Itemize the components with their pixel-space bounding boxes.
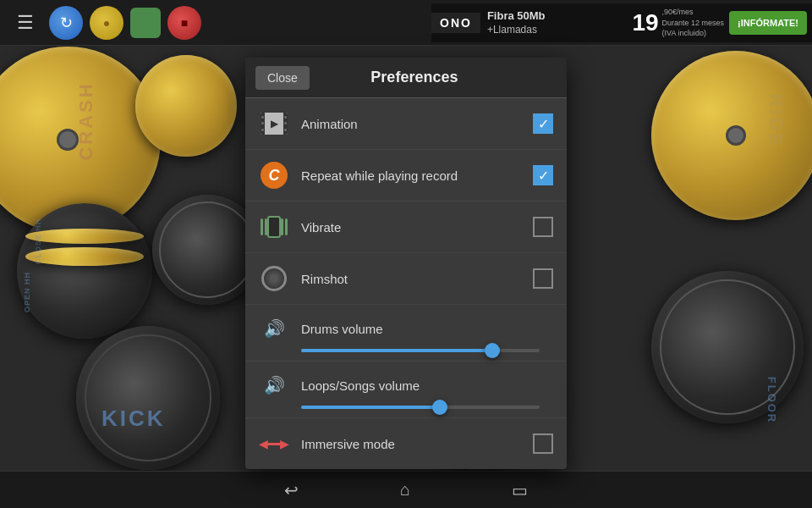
refresh-icon: ↻: [60, 14, 73, 32]
animation-row: ▶ Animation ✓: [245, 98, 567, 150]
immersive-icon: ◀ ▶: [259, 428, 289, 459]
rimshot-checkbox[interactable]: [533, 268, 553, 289]
red-button[interactable]: ■: [167, 6, 201, 40]
loops-volume-thumb[interactable]: [432, 400, 447, 415]
drums-volume-row: 🔊 Drums volume: [245, 305, 567, 362]
back-button[interactable]: ↩: [284, 480, 299, 500]
menu-button[interactable]: ☰: [8, 6, 42, 40]
vibrate-checkbox[interactable]: [533, 217, 553, 237]
vibrate-icon: [259, 212, 289, 242]
stop-icon: ■: [181, 16, 188, 30]
drums-volume-track[interactable]: [301, 349, 540, 352]
rimshot-row: Rimshot: [245, 253, 567, 305]
record-icon: ●: [103, 16, 110, 30]
recent-apps-icon: ▭: [512, 481, 528, 500]
loops-volume-fill: [301, 406, 440, 409]
rimshot-label: Rimshot: [301, 272, 533, 286]
home-button[interactable]: ⌂: [400, 480, 410, 500]
repeat-icon: C: [259, 160, 289, 190]
ad-sub2: (IVA incluido): [662, 28, 725, 39]
loops-volume-label: Loops/Songs volume: [301, 378, 553, 393]
main-area: Close Preferences ▶: [0, 46, 812, 471]
green-button[interactable]: [130, 8, 161, 38]
ad-line1: Fibra 50Mb: [487, 9, 623, 24]
preferences-title: Preferences: [323, 69, 557, 86]
animation-checkbox[interactable]: ✓: [533, 113, 553, 134]
animation-icon: ▶: [259, 108, 289, 139]
toolbar: ☰ ↻ ● ■ ONO Fibra 50Mb +Llamadas 19 ,90€…: [0, 0, 812, 46]
ad-cta-button[interactable]: ¡INFÓRMATE!: [729, 11, 807, 35]
ad-text: Fibra 50Mb +Llamadas: [480, 9, 629, 36]
ad-price: 19: [628, 9, 661, 36]
vibrate-row: Vibrate: [245, 202, 567, 253]
preferences-dialog: Close Preferences ▶: [245, 58, 567, 469]
drums-volume-fill: [301, 349, 492, 352]
ad-sub: ,90€/mes Durante 12 meses (IVA incluido): [662, 7, 730, 39]
animation-label: Animation: [301, 117, 533, 131]
refresh-button[interactable]: ↻: [49, 6, 83, 40]
immersive-row: ◀ ▶ Immersive mode: [245, 418, 567, 469]
drums-volume-label: Drums volume: [301, 322, 553, 336]
immersive-label: Immersive mode: [301, 437, 533, 451]
ad-sub1: Durante 12 meses: [662, 18, 725, 29]
rimshot-icon: [259, 263, 289, 294]
drums-volume-header: 🔊 Drums volume: [259, 313, 553, 344]
drums-volume-icon: 🔊: [259, 313, 289, 344]
preferences-header: Close Preferences: [245, 58, 567, 98]
repeat-label: Repeat while playing record: [301, 168, 533, 183]
recent-apps-button[interactable]: ▭: [512, 480, 528, 500]
loops-volume-icon: 🔊: [259, 370, 289, 400]
bottom-nav: ↩ ⌂ ▭: [0, 471, 812, 508]
close-button[interactable]: Close: [255, 66, 310, 90]
ad-brand: ONO: [431, 13, 480, 33]
loops-volume-slider-container: [259, 406, 553, 409]
loops-volume-header: 🔊 Loops/Songs volume: [259, 370, 553, 400]
vibrate-label: Vibrate: [301, 220, 533, 235]
record-button[interactable]: ●: [90, 6, 123, 40]
drums-volume-slider-container: [259, 349, 553, 352]
loops-volume-track[interactable]: [301, 406, 540, 409]
home-icon: ⌂: [400, 480, 410, 499]
back-icon: ↩: [284, 481, 299, 500]
drums-volume-thumb[interactable]: [485, 343, 500, 358]
immersive-checkbox[interactable]: [533, 433, 553, 454]
ad-decimal: ,90€/mes: [662, 7, 725, 18]
repeat-checkbox[interactable]: ✓: [533, 165, 553, 185]
loops-volume-row: 🔊 Loops/Songs volume: [245, 362, 567, 418]
ad-banner[interactable]: ONO Fibra 50Mb +Llamadas 19 ,90€/mes Dur…: [431, 3, 812, 42]
ad-line2: +Llamadas: [487, 24, 623, 37]
repeat-row: C Repeat while playing record ✓: [245, 150, 567, 202]
menu-icon: ☰: [17, 12, 34, 34]
